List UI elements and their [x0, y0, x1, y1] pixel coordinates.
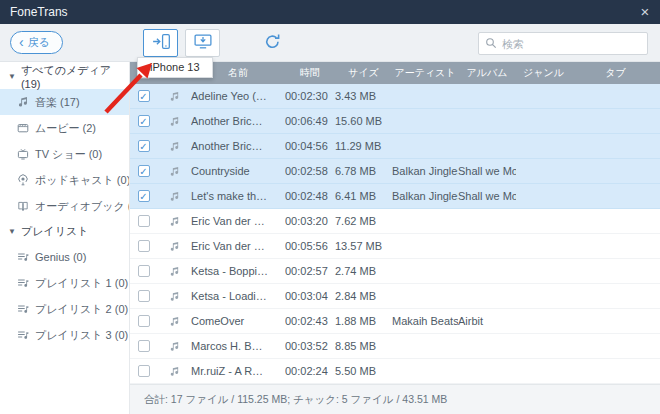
duration-cell: 00:03:20 [285, 215, 335, 227]
song-name-cell: Ketsa - Loadi… [191, 290, 285, 302]
duration-cell: 00:02:24 [285, 365, 335, 377]
music-icon [16, 96, 29, 109]
playlist-icon [16, 329, 29, 342]
podcast-icon [16, 174, 29, 187]
movie-icon [16, 122, 29, 135]
size-cell: 11.29 MB [335, 140, 392, 152]
playlist-icon [16, 303, 29, 316]
table-row[interactable]: Mr.ruiZ - A R…00:02:245.50 MB [130, 359, 660, 384]
music-note-icon [169, 116, 180, 127]
sidebar-item-playlist[interactable]: Genius (0) [0, 244, 129, 270]
song-name-cell: Eric Van der … [191, 240, 285, 252]
checkbox-icon [138, 215, 150, 227]
sidebar-item-playlist[interactable]: プレイリスト 1 (0) [0, 270, 129, 296]
table-row[interactable]: ✓Another Bric…00:04:5611.29 MB [130, 134, 660, 159]
duration-cell: 00:06:49 [285, 115, 335, 127]
import-to-device-button[interactable] [185, 29, 220, 57]
duration-cell: 00:03:52 [285, 340, 335, 352]
column-header-time[interactable]: 時間 [285, 66, 335, 80]
titlebar: FoneTrans × [0, 0, 660, 24]
check-icon: ✓ [138, 115, 150, 127]
row-checkbox[interactable] [130, 340, 157, 352]
row-checkbox[interactable]: ✓ [130, 90, 157, 102]
check-icon: ✓ [138, 190, 150, 202]
row-checkbox[interactable]: ✓ [130, 165, 157, 177]
sidebar-item-movie[interactable]: ムービー (2) [0, 115, 129, 141]
sidebar-item-playlist[interactable]: プレイリスト 3 (0) [0, 322, 129, 348]
row-checkbox[interactable] [130, 290, 157, 302]
type-cell [157, 141, 191, 152]
search-icon [485, 35, 497, 53]
checkbox-icon [138, 315, 150, 327]
size-cell: 1.88 MB [335, 315, 392, 327]
checkbox-icon [138, 340, 150, 352]
checkbox-icon [138, 290, 150, 302]
table-row[interactable]: Eric Van der …00:05:5613.57 MB [130, 234, 660, 259]
row-checkbox[interactable] [130, 215, 157, 227]
table-row[interactable]: ✓Countryside00:02:586.78 MBBalkan Jingle… [130, 159, 660, 184]
row-checkbox[interactable]: ✓ [130, 140, 157, 152]
sidebar-item-label: プレイリスト 2 (0) [35, 302, 128, 317]
column-header-genre[interactable]: ジャンル [516, 66, 571, 80]
type-cell [157, 91, 191, 102]
search-box[interactable] [478, 32, 648, 55]
sidebar-item-label: プレイリスト 1 (0) [35, 276, 128, 291]
row-checkbox[interactable] [130, 240, 157, 252]
duration-cell: 00:03:04 [285, 290, 335, 302]
row-checkbox[interactable] [130, 315, 157, 327]
audiobook-icon [16, 200, 29, 213]
row-checkbox[interactable]: ✓ [130, 115, 157, 127]
music-note-icon [169, 191, 180, 202]
sidebar-item-playlist[interactable]: プレイリスト 2 (0) [0, 296, 129, 322]
back-button[interactable]: ‹ 戻る [10, 31, 63, 54]
duration-cell: 00:02:58 [285, 165, 335, 177]
device-tooltip: iPhone 13 [137, 57, 213, 78]
size-cell: 5.50 MB [335, 365, 392, 377]
table-row[interactable]: ✓Let's make th…00:02:486.41 MBBalkan Jin… [130, 184, 660, 209]
search-input[interactable] [502, 38, 644, 50]
table-row[interactable]: ComeOver00:02:431.88 MBMakaih BeatsAirbi… [130, 309, 660, 334]
back-label: 戻る [28, 35, 50, 50]
song-name-cell: Another Bric… [191, 115, 285, 127]
app-title: FoneTrans [0, 5, 68, 19]
column-header-size[interactable]: サイズ [335, 66, 392, 80]
export-to-device-button[interactable] [143, 29, 178, 57]
table-row[interactable]: ✓Adeline Yeo (…00:02:303.43 MB [130, 84, 660, 109]
song-name-cell: Mr.ruiZ - A R… [191, 365, 285, 377]
column-header-tab[interactable]: タブ [571, 66, 660, 80]
close-button[interactable]: × [630, 0, 660, 24]
duration-cell: 00:02:57 [285, 265, 335, 277]
size-cell: 6.78 MB [335, 165, 392, 177]
song-name-cell: Another Bric… [191, 140, 285, 152]
table-row[interactable]: Ketsa - Boppi…00:02:572.74 MB [130, 259, 660, 284]
table-row[interactable]: Marcos H. B…00:03:528.85 MB [130, 334, 660, 359]
column-header-album[interactable]: アルバム [458, 66, 516, 80]
sidebar-item-label: プレイリスト 3 (0) [35, 328, 128, 343]
sidebar-item-audiobook[interactable]: オーディオブック (0) [0, 193, 129, 219]
music-note-icon [169, 241, 180, 252]
table-row[interactable]: Ketsa - Loadi…00:03:042.84 MB [130, 284, 660, 309]
song-name-cell: ComeOver [191, 315, 285, 327]
music-note-icon [169, 341, 180, 352]
music-note-icon [169, 216, 180, 227]
type-cell [157, 216, 191, 227]
table-row[interactable]: ✓Another Bric…00:06:4915.60 MB [130, 109, 660, 134]
type-cell [157, 316, 191, 327]
row-checkbox[interactable]: ✓ [130, 190, 157, 202]
album-cell: Shall we Mov… [458, 165, 516, 177]
sidebar-item-podcast[interactable]: ポッドキャスト (0) [0, 167, 129, 193]
sidebar-item-music[interactable]: 音楽 (17) [0, 89, 129, 115]
column-header-artist[interactable]: アーティスト [392, 66, 458, 80]
row-checkbox[interactable] [130, 365, 157, 377]
duration-cell: 00:02:43 [285, 315, 335, 327]
row-checkbox[interactable] [130, 265, 157, 277]
sidebar-section-label: プレイリスト [21, 224, 89, 239]
size-cell: 3.43 MB [335, 90, 392, 102]
sidebar-section-header[interactable]: ▼プレイリスト [0, 219, 129, 244]
size-cell: 2.84 MB [335, 290, 392, 302]
size-cell: 13.57 MB [335, 240, 392, 252]
table-row[interactable]: Eric Van der …00:03:207.62 MB [130, 209, 660, 234]
refresh-button[interactable] [255, 29, 290, 57]
sidebar-item-tv[interactable]: TV ショー (0) [0, 141, 129, 167]
sidebar-section-header[interactable]: ▼すべてのメディア (19) [0, 64, 129, 89]
